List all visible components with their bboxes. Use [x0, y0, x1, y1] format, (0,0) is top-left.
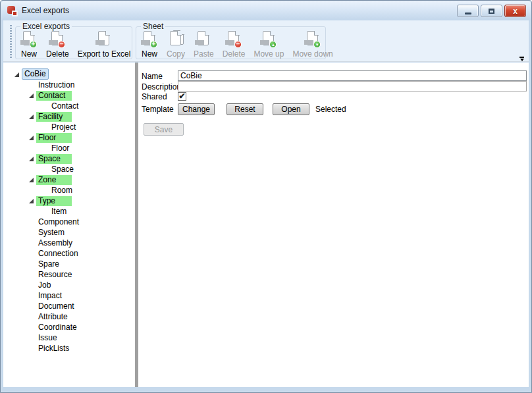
description-label: Description [142, 82, 181, 92]
tree-item-contact[interactable]: Contact [3, 101, 135, 111]
template-status-text: Selected [315, 104, 346, 115]
tree-item-zone[interactable]: Zone [3, 174, 135, 185]
toolbar-button-delete[interactable]: −Delete [45, 31, 70, 59]
tree-item-type[interactable]: Type [3, 196, 135, 206]
detail-form: Name Description Shared ✔ Template Chang… [138, 63, 529, 387]
reset-button[interactable]: Reset [226, 103, 263, 115]
tree-item-issue[interactable]: Issue [3, 332, 135, 343]
toolbar-button-label: Move down [292, 49, 332, 59]
tree-item-label: Spare [36, 259, 61, 269]
maximize-icon [489, 9, 494, 14]
tree-item-label: Space [49, 165, 76, 174]
twisty-spacer [28, 239, 36, 247]
tree-item-spare[interactable]: Spare [3, 259, 135, 269]
toolbar-overflow-icon[interactable] [519, 57, 525, 61]
tree-item-impact[interactable]: Impact [3, 290, 135, 301]
close-button[interactable]: x [504, 5, 526, 17]
tree-item-floor[interactable]: Floor [3, 132, 135, 143]
tree-item-label: CoBie [22, 68, 49, 80]
twisty-spacer [28, 292, 36, 300]
twisty-spacer [28, 313, 36, 321]
window-title: Excel exports [22, 1, 69, 20]
page-export-icon [95, 31, 113, 47]
expanded-triangle-icon[interactable] [28, 155, 36, 163]
tree-item-document[interactable]: Document [3, 301, 135, 311]
content-area: CoBieInstructionContactContactFacilityPr… [3, 63, 529, 387]
tree-item-coordinate[interactable]: Coordinate [3, 322, 135, 332]
tree-item-room[interactable]: Room [3, 185, 135, 196]
toolbar-button-move-up[interactable]: ▲Move up [252, 31, 285, 59]
tree-item-label: Floor [36, 133, 72, 143]
toolbar-button-delete[interactable]: −Delete [221, 31, 247, 59]
tree-item-label: Item [49, 207, 68, 217]
twisty-spacer [28, 271, 36, 278]
close-icon: x [513, 7, 518, 15]
twisty-spacer [28, 228, 36, 236]
shared-label: Shared [142, 92, 167, 102]
toolbar-button-new[interactable]: +New [19, 31, 39, 59]
toolbar-button-paste[interactable]: Paste [192, 31, 215, 59]
tree-item-label: Type [36, 196, 72, 206]
toolbar-group-label: Sheet [141, 22, 165, 31]
tree-item-floor[interactable]: Floor [3, 143, 135, 153]
tree-item-resource[interactable]: Resource [3, 269, 135, 280]
expanded-triangle-icon[interactable] [28, 176, 36, 184]
tree-item-project[interactable]: Project [3, 122, 135, 132]
toolbar-button-move-down[interactable]: ▼Move down [291, 31, 334, 59]
page-add-icon: + [141, 31, 158, 47]
tree-item-facility[interactable]: Facility [3, 111, 135, 122]
expanded-triangle-icon[interactable] [28, 134, 36, 142]
toolbar: Excel exports +New−DeleteExport to Excel… [3, 20, 529, 62]
tree-item-contact[interactable]: Contact [3, 90, 135, 101]
tree-item-picklists[interactable]: PickLists [3, 343, 135, 354]
expanded-triangle-icon[interactable] [28, 113, 36, 120]
toolbar-gripper[interactable] [10, 25, 12, 58]
tree-item-attribute[interactable]: Attribute [3, 311, 135, 322]
tree-item-assembly[interactable]: Assembly [3, 238, 135, 248]
sheet-tree: CoBieInstructionContactContactFacilityPr… [3, 63, 135, 354]
tree-item-label: Contact [49, 101, 80, 111]
twisty-spacer [28, 218, 36, 226]
tree-item-component[interactable]: Component [3, 217, 135, 227]
maximize-button[interactable] [481, 5, 502, 17]
twisty-spacer [28, 81, 36, 89]
toolbar-button-label: Copy [167, 49, 185, 59]
name-input[interactable] [178, 70, 527, 81]
tree-item-label: Component [36, 217, 81, 227]
tree-item-label: Contact [36, 91, 72, 101]
tree-item-label: PickLists [36, 344, 71, 354]
tree-item-system[interactable]: System [3, 227, 135, 238]
tree-item-space[interactable]: Space [3, 164, 135, 174]
save-button[interactable]: Save [144, 123, 184, 136]
toolbar-button-export-to-excel[interactable]: Export to Excel [76, 31, 132, 59]
toolbar-button-new[interactable]: +New [140, 31, 159, 59]
open-button[interactable]: Open [273, 103, 309, 115]
tree-item-connection[interactable]: Connection [3, 248, 135, 259]
tree-item-item[interactable]: Item [3, 206, 135, 217]
tree-item-label: System [36, 228, 66, 238]
expanded-triangle-icon[interactable] [28, 92, 36, 99]
tree-item-cobie[interactable]: CoBie [3, 69, 135, 80]
checkmark-icon: ✔ [178, 92, 185, 100]
toolbar-button-label: New [142, 49, 157, 59]
tree-item-label: Facility [36, 112, 72, 122]
expanded-triangle-icon[interactable] [28, 197, 36, 205]
toolbar-button-copy[interactable]: Copy [165, 31, 186, 59]
page-add-icon: + [20, 31, 38, 47]
name-label: Name [142, 71, 163, 82]
change-button[interactable]: Change [178, 103, 215, 115]
titlebar[interactable]: Excel exports x [1, 1, 531, 20]
expanded-triangle-icon[interactable] [14, 70, 22, 78]
twisty-spacer [28, 323, 36, 331]
shared-checkbox[interactable]: ✔ [178, 92, 186, 101]
tree-item-job[interactable]: Job [3, 280, 135, 290]
pages-copy-icon [167, 31, 184, 47]
toolbar-group-sheet: Sheet +NewCopyPaste−Delete▲Move up▼Move … [136, 26, 326, 59]
tree-item-label: Attribute [36, 312, 70, 322]
page-paste-icon [195, 31, 212, 47]
tree-item-instruction[interactable]: Instruction [3, 80, 135, 90]
minimize-button[interactable] [457, 5, 479, 17]
tree-item-space[interactable]: Space [3, 153, 135, 164]
window-controls: x [457, 5, 526, 17]
description-input[interactable] [178, 81, 527, 92]
